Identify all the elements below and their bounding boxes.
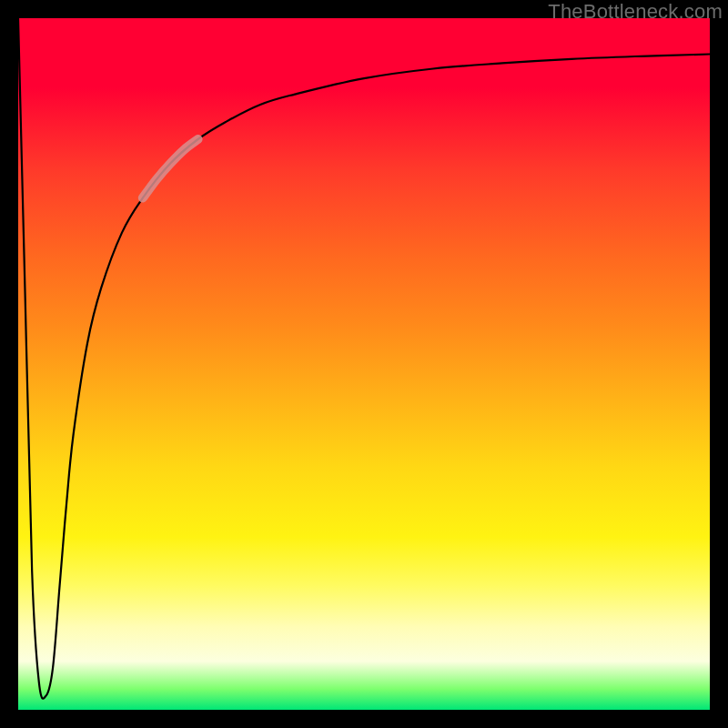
highlight-segment bbox=[143, 139, 198, 198]
bottleneck-curve bbox=[18, 18, 710, 699]
plot-area bbox=[18, 18, 710, 710]
chart-frame: TheBottleneck.com bbox=[0, 0, 728, 728]
chart-svg bbox=[18, 18, 710, 710]
